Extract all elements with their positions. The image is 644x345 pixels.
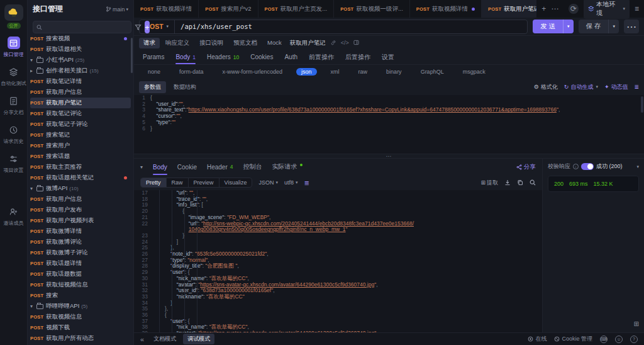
sidebar-scrollbar[interactable]: [131, 38, 133, 73]
caret-icon[interactable]: ▾: [30, 57, 36, 63]
format-select[interactable]: JSON ▾: [258, 179, 278, 186]
caret-icon[interactable]: ▾: [30, 186, 36, 191]
body-type-option[interactable]: x-www-form-urlencoded: [218, 68, 288, 76]
endpoint-tab[interactable]: POST 获取视频一级评...: [334, 0, 410, 18]
endpoint-tab[interactable]: POST 获取视频详情: [134, 0, 199, 18]
request-section-tab[interactable]: 前置操作: [309, 50, 334, 64]
tree-row[interactable]: POST 获取视频信息: [30, 312, 131, 322]
request-section-tab[interactable]: Headers 10: [207, 50, 239, 64]
search-icon[interactable]: [530, 179, 536, 186]
endpoint-tab[interactable]: POST 获取用户笔记: [482, 0, 536, 18]
tree-row[interactable]: POST 获取微博评论: [30, 237, 131, 247]
tree-row[interactable]: POST 搜索笔记: [30, 130, 131, 140]
help-icon[interactable]: ?: [630, 336, 638, 343]
editor-mode-segment[interactable]: 参数值: [139, 81, 166, 93]
code-icon[interactable]: </>: [341, 40, 349, 47]
environment-selector[interactable]: 本地环境 ▾: [584, 0, 630, 19]
validate-toggle[interactable]: [581, 163, 594, 170]
mode-toggle[interactable]: 文档模式: [149, 334, 180, 344]
tree-row[interactable]: POST 获取微博详情: [30, 226, 131, 237]
sync-icon[interactable]: ⟳: [569, 4, 578, 14]
send-options-arrow[interactable]: ▾: [563, 20, 574, 33]
support-icon[interactable]: ☺: [615, 336, 623, 343]
keyboard-shortcuts-icon[interactable]: ⌨: [600, 336, 608, 343]
request-section-tab[interactable]: 后置操作: [345, 50, 370, 64]
request-section-tab[interactable]: Body 1: [175, 50, 196, 64]
rail-item-request-history[interactable]: 请求历史: [0, 123, 28, 145]
rail-item-automated-testing[interactable]: 自动化测试: [0, 65, 28, 87]
tree-row[interactable]: ▾ 微博API (10): [30, 183, 131, 194]
request-section-tab[interactable]: Params: [143, 50, 164, 64]
tree-row[interactable]: POST 获取主页推荐: [30, 162, 131, 172]
response-tab[interactable]: 控制台: [243, 159, 262, 175]
doc-tab[interactable]: Mock: [263, 38, 286, 48]
tree-row[interactable]: POST 搜索用户: [30, 140, 131, 151]
tree-row[interactable]: POST 获取话题相关: [30, 44, 131, 55]
save-options-arrow[interactable]: ▾: [608, 20, 619, 33]
request-section-tab[interactable]: Cookies: [250, 50, 273, 64]
request-section-tab[interactable]: 设置: [382, 50, 394, 64]
download-icon[interactable]: [504, 179, 511, 186]
tab-list-button[interactable]: ⋯: [551, 4, 558, 13]
new-tab-button[interactable]: +: [541, 4, 546, 13]
body-type-option[interactable]: msgpack: [458, 68, 491, 76]
rail-item-project-settings[interactable]: 项目设置: [0, 152, 28, 174]
chevron-down-icon[interactable]: ▾: [636, 164, 639, 169]
body-type-option[interactable]: json: [296, 68, 317, 76]
tree-row[interactable]: POST 获取用户视频列表: [30, 215, 131, 226]
response-view-tab[interactable]: Raw: [167, 178, 189, 187]
doc-tab[interactable]: 接口说明: [195, 38, 228, 48]
doc-tab[interactable]: 响应定义: [161, 38, 194, 48]
cookie-manager[interactable]: Cookie 管理: [554, 335, 592, 343]
add-api-button[interactable]: +: [145, 21, 150, 33]
rail-item-api-management[interactable]: 接口管理: [0, 37, 28, 58]
tree-row[interactable]: POST 获取话题数据: [30, 269, 131, 280]
encoding-select[interactable]: utf8 ▾: [284, 179, 298, 186]
save-button[interactable]: 保 存 ▾: [579, 20, 619, 33]
url-input[interactable]: /api/xhs/user_post: [175, 23, 258, 30]
search-input[interactable]: [45, 24, 128, 31]
dynamic-value-button[interactable]: ✦ 动态值: [604, 83, 628, 91]
tree-row[interactable]: POST 获取话题相关笔记: [30, 172, 131, 183]
copy-icon[interactable]: [517, 179, 523, 186]
tree-row[interactable]: POST 搜索: [30, 290, 131, 301]
collapse-response-icon[interactable]: ▾: [140, 164, 143, 170]
doc-tab[interactable]: 请求: [139, 38, 160, 48]
tree-row[interactable]: POST 获取笔记子评论: [30, 119, 131, 130]
doc-tab[interactable]: 预览文档: [229, 38, 262, 48]
mode-toggle[interactable]: 调试模式: [183, 334, 214, 344]
tree-row[interactable]: POST 获取短视频信息: [30, 280, 131, 290]
rail-item-share-docs[interactable]: 分享文档: [0, 94, 28, 116]
copy-link-icon[interactable]: [331, 40, 336, 47]
body-type-option[interactable]: GraphQL: [416, 68, 449, 76]
tree-row[interactable]: POST 获取微博子评论: [30, 247, 131, 258]
tree-row[interactable]: POST 搜索话题: [30, 151, 131, 162]
response-view-tab[interactable]: Preview: [189, 178, 219, 187]
expand-panel-icon[interactable]: ⊞: [634, 320, 639, 327]
collapse-sidebar-icon[interactable]: «: [140, 336, 144, 343]
response-body-editor[interactable]: 17 "url": "",18 "trace_id": "",19 "info_…: [134, 190, 542, 332]
response-view-tab[interactable]: Pretty: [141, 178, 167, 187]
tree-row[interactable]: POST 获取用户信息: [30, 87, 131, 98]
body-type-option[interactable]: form-data: [174, 68, 209, 76]
layout-panel-icon[interactable]: [353, 40, 359, 47]
tree-row[interactable]: POST 获取笔记评论: [30, 108, 131, 119]
filter-button[interactable]: [135, 24, 142, 31]
word-wrap-icon[interactable]: ≣: [304, 179, 309, 186]
endpoint-tab[interactable]: POST 搜索用户v2: [199, 0, 258, 18]
window-menu-icon[interactable]: ≡: [635, 4, 639, 13]
tree-row[interactable]: ▸ 创作者相关接口 (15): [30, 65, 131, 76]
response-tab[interactable]: Cookie: [177, 159, 197, 175]
caret-icon[interactable]: ▾: [30, 303, 36, 309]
project-logo[interactable]: [4, 4, 23, 21]
editor-mode-segment[interactable]: 数据结构: [169, 81, 201, 93]
more-actions-button[interactable]: ⋯: [624, 20, 639, 33]
tree-row[interactable]: POST 获取用户信息: [30, 194, 131, 205]
share-button[interactable]: 分享: [516, 163, 536, 171]
tree-row[interactable]: POST 获取话题详情: [30, 258, 131, 269]
online-status[interactable]: 在线: [528, 335, 547, 343]
endpoint-tab[interactable]: POST 获取视频详情: [410, 0, 482, 18]
body-type-option[interactable]: none: [143, 68, 165, 76]
tree-row[interactable]: POST 搜索视频: [30, 33, 131, 44]
body-type-option[interactable]: xml: [326, 68, 345, 76]
